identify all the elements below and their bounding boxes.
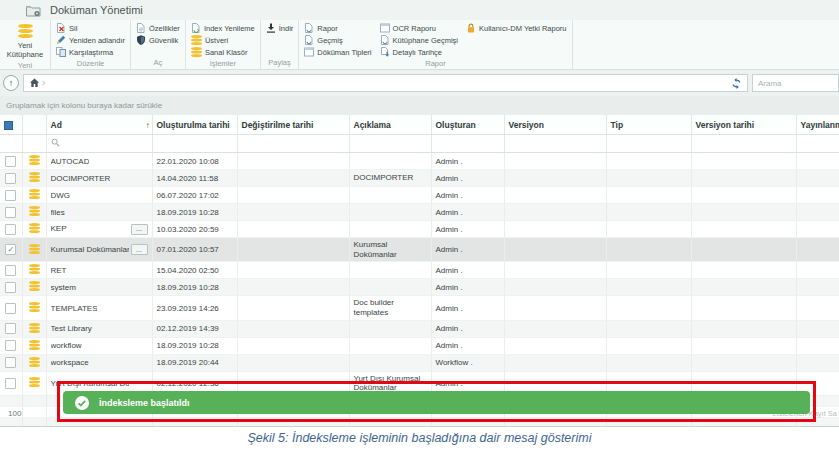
row-checkbox[interactable] (5, 224, 16, 235)
table-row[interactable]: TEMPLATES23.09.2019 14:26Doc builder tem… (0, 296, 839, 320)
download-button[interactable]: İndir (266, 22, 294, 34)
column-header-yayinlanmis[interactable]: Yayınlanmış (796, 115, 839, 135)
document-types-button[interactable]: Döküman Tipleri (304, 46, 371, 58)
cell (504, 170, 606, 187)
column-header-ad[interactable]: Ad ↑ (46, 115, 152, 135)
home-icon[interactable] (29, 78, 40, 88)
delete-icon (56, 23, 66, 33)
cell (504, 238, 606, 262)
ocr-report-icon (380, 23, 390, 33)
compare-button[interactable]: Karşılaştırma (56, 46, 125, 58)
column-header-aciklama[interactable]: Açıklama (349, 115, 431, 135)
button-label: Yeniden adlandır (69, 36, 125, 45)
cell (237, 221, 349, 238)
row-checkbox[interactable] (5, 156, 16, 167)
table-row[interactable]: workspace18.09.2019 20:44Workflow . (0, 354, 839, 371)
table-row[interactable]: ✓Kurumsal Dokümanlar...07.01.2020 10:57K… (0, 238, 839, 262)
table-row[interactable]: KEP...10.03.2020 20:59Admin . (0, 221, 839, 238)
column-header-versiyon[interactable]: Versiyon (504, 115, 606, 135)
library-history-button[interactable]: Kütüphane Geçmişi (380, 34, 458, 46)
index-refresh-icon (191, 23, 201, 33)
cell (796, 337, 839, 354)
rename-button[interactable]: Yeniden adlandır (56, 34, 125, 46)
column-header-versiyon-tarihi[interactable]: Versiyon tarihi (691, 115, 796, 135)
app-window: Doküman Yönetimi Yeni Kütüphane Yeni (0, 0, 839, 427)
cell: 07.01.2020 10:57 (152, 238, 237, 262)
cell (237, 262, 349, 279)
cell (796, 221, 839, 238)
cell: Admin . (431, 296, 504, 320)
table-row[interactable]: DOCIMPORTER14.04.2020 11:58DOCIMPORTERAd… (0, 170, 839, 187)
table-row[interactable]: system18.09.2019 10:28Admin . (0, 279, 839, 296)
button-label: Kütüphane Geçmişi (393, 36, 458, 45)
row-checkbox[interactable] (5, 265, 16, 276)
library-icon (29, 223, 40, 233)
column-header-degistirilme-tarihi[interactable]: Değiştirilme tarihi (237, 115, 349, 135)
virtual-folder-button[interactable]: Sanal Klasör (191, 46, 255, 58)
column-header-olusturan[interactable]: Oluşturan (431, 115, 504, 135)
cell (606, 187, 691, 204)
checkbox-cell (0, 262, 22, 279)
row-checkbox[interactable]: ✓ (5, 244, 16, 255)
row-checkbox[interactable] (5, 303, 16, 314)
library-icon (18, 24, 33, 39)
icon-cell (22, 354, 46, 371)
row-checkbox[interactable] (5, 378, 16, 389)
row-options-button[interactable]: ... (131, 224, 148, 235)
checkbox-cell (0, 204, 22, 221)
icon-cell (22, 337, 46, 354)
icon-cell (22, 221, 46, 238)
group-by-panel[interactable]: Gruplamak için kolonu buraya kadar sürük… (0, 96, 839, 115)
index-refresh-button[interactable]: Index Yenileme (191, 22, 255, 34)
name-filter-cell[interactable] (46, 135, 152, 153)
cell (606, 354, 691, 371)
row-checkbox[interactable] (5, 323, 16, 334)
table-row[interactable]: Test Library02.12.2019 14:39Admin . (0, 320, 839, 337)
cell: Admin . (431, 262, 504, 279)
history-button[interactable]: Geçmiş (304, 34, 371, 46)
group-hint-label: Gruplamak için kolonu buraya kadar sürük… (6, 101, 162, 110)
table-row[interactable]: AUTOCAD22.01.2020 10:08Admin . (0, 153, 839, 170)
cell: Admin . (431, 170, 504, 187)
row-checkbox[interactable] (5, 340, 16, 351)
icon-cell (22, 262, 46, 279)
row-checkbox[interactable] (5, 357, 16, 368)
row-checkbox[interactable] (5, 207, 16, 218)
properties-button[interactable]: Özellikler (136, 22, 180, 34)
cell: 14.04.2020 11:58 (152, 170, 237, 187)
metadata-button[interactable]: Üstveri (191, 34, 255, 46)
ocr-report-button[interactable]: OCR Raporu (380, 22, 458, 34)
row-checkbox[interactable] (5, 173, 16, 184)
table-row[interactable]: files18.09.2019 10:28Admin . (0, 204, 839, 221)
go-up-button[interactable]: ↑ (3, 75, 19, 91)
delete-button[interactable]: Sil (56, 22, 125, 34)
table-row[interactable]: DWG06.07.2020 17:02Admin . (0, 187, 839, 204)
report-button[interactable]: Rapor (304, 22, 371, 34)
column-header-tip[interactable]: Tip (606, 115, 691, 135)
library-icon (29, 172, 40, 182)
cell (504, 262, 606, 279)
checkbox-cell (0, 221, 22, 238)
library-name: Kurumsal Dokümanlar (51, 245, 129, 254)
cell (349, 204, 431, 221)
search-input[interactable] (752, 74, 839, 92)
page-size-value[interactable]: 100 (8, 409, 21, 418)
refresh-icon[interactable] (731, 78, 742, 89)
table-row[interactable]: RET15.04.2020 02:50Admin . (0, 262, 839, 279)
select-all-checkbox[interactable] (4, 121, 13, 130)
library-history-icon (380, 35, 390, 45)
cell (796, 153, 839, 170)
breadcrumb[interactable]: › (23, 74, 748, 92)
detailed-history-button[interactable]: Detaylı Tarihçe (380, 46, 458, 58)
row-checkbox[interactable] (5, 190, 16, 201)
row-checkbox[interactable] (5, 282, 16, 293)
cell (606, 262, 691, 279)
row-options-button[interactable]: ... (131, 244, 148, 255)
cell: Admin . (431, 221, 504, 238)
column-header-olusturulma-tarihi[interactable]: Oluşturulma tarihi (152, 115, 237, 135)
user-dm-authority-report-button[interactable]: Kullanıcı-DM Yetki Raporu (466, 22, 567, 34)
table-row[interactable]: workflow18.09.2019 10:28Admin . (0, 337, 839, 354)
library-name: system (51, 283, 76, 292)
security-button[interactable]: Güvenlik (136, 34, 180, 46)
new-library-button[interactable]: Yeni Kütüphane (5, 22, 45, 60)
